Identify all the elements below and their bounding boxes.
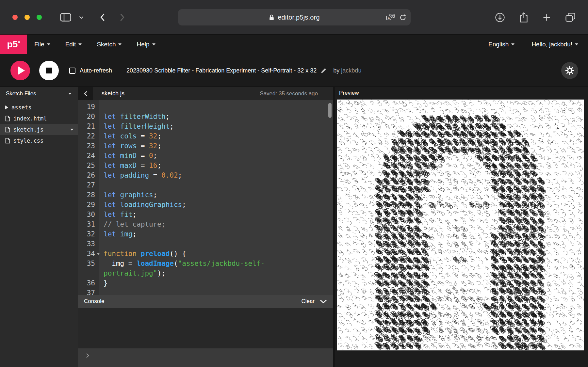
language-selector[interactable]: English [488, 41, 514, 48]
sketch-files-header[interactable]: Sketch Files [0, 87, 78, 100]
code-line[interactable]: 35 img = loadImage("assets/jackbdu-self- [78, 259, 333, 268]
file-icon [5, 116, 10, 121]
menu-file[interactable]: File [34, 41, 50, 48]
account-label: Hello, jackbdu! [531, 41, 572, 48]
fold-icon[interactable] [97, 253, 100, 255]
auto-refresh-label: Auto-refresh [80, 67, 112, 74]
close-window-button[interactable] [12, 15, 18, 20]
zoom-window-button[interactable] [37, 15, 42, 20]
code-line[interactable]: 32let img; [78, 229, 333, 239]
file-icon [5, 138, 10, 144]
downloads-button[interactable] [495, 12, 505, 23]
svg-text:A: A [388, 16, 390, 20]
auto-refresh-checkbox[interactable] [69, 68, 75, 74]
code-line-text [99, 288, 104, 295]
code-line[interactable]: 26let padding = 0.02; [78, 170, 333, 180]
code-line[interactable]: 34function preload() { [78, 249, 333, 259]
code-line-text: let maxD = 16; [99, 161, 161, 170]
console-collapse-icon[interactable] [320, 299, 327, 304]
play-button[interactable] [10, 61, 30, 80]
editor-scrollbar[interactable] [328, 103, 332, 118]
code-line[interactable]: 23let rows = 32; [78, 141, 333, 151]
settings-button[interactable] [561, 62, 578, 79]
code-line[interactable]: 25let maxD = 16; [78, 161, 333, 170]
sidebar-menu-button[interactable] [79, 16, 84, 19]
translate-button[interactable]: 文 A [386, 13, 395, 21]
account-menu[interactable]: Hello, jackbdu! [531, 41, 578, 48]
line-number: 22 [78, 131, 99, 141]
console-clear-button[interactable]: Clear [301, 298, 315, 305]
by-label: by [333, 67, 339, 74]
code-line[interactable]: 22let cols = 32; [78, 131, 333, 141]
new-tab-button[interactable] [543, 13, 551, 22]
console-input[interactable] [78, 348, 333, 367]
forward-button[interactable] [120, 13, 125, 22]
code-editor[interactable]: 1920let filterWidth;21let filterHeight;2… [78, 100, 333, 295]
code-line[interactable]: portrait.jpg"); [78, 268, 333, 278]
code-line[interactable]: 27 [78, 180, 333, 190]
console-prompt-icon [86, 353, 90, 358]
menu-help[interactable]: Help [137, 41, 155, 48]
language-label: English [488, 41, 509, 48]
code-line[interactable]: 21let filterHeight; [78, 121, 333, 131]
lock-icon [269, 14, 274, 21]
stop-button[interactable] [39, 61, 59, 80]
code-line[interactable]: 20let filterWidth; [78, 112, 333, 121]
minimize-window-button[interactable] [24, 15, 30, 20]
line-number: 29 [78, 200, 99, 210]
edit-title-button[interactable] [320, 68, 327, 74]
line-number: 24 [78, 151, 99, 161]
address-bar[interactable]: editor.p5js.org 文 A [178, 9, 411, 25]
file-name: assets [11, 104, 31, 111]
code-line-text: function preload() { [99, 249, 186, 259]
tab-sketch-js[interactable]: sketch.js [102, 90, 124, 97]
file-item-style.css[interactable]: style.css [0, 135, 78, 146]
code-line[interactable]: 29let loadingGraphics; [78, 200, 333, 210]
code-line[interactable]: 36} [78, 278, 333, 288]
menu-label: File [34, 41, 44, 48]
line-number: 25 [78, 161, 99, 170]
code-line-text [99, 239, 104, 249]
back-button[interactable] [100, 13, 105, 22]
gear-icon [565, 66, 574, 75]
back-icon [100, 13, 105, 22]
collapse-sidebar-button[interactable] [78, 87, 93, 100]
p5-logo-text: p5 [7, 39, 18, 50]
file-item-assets[interactable]: assets [0, 102, 78, 113]
line-number: 36 [78, 278, 99, 288]
chevron-down-icon [47, 43, 50, 45]
traffic-lights [12, 15, 42, 20]
owner-name[interactable]: jackbdu [341, 67, 361, 74]
menu-edit[interactable]: Edit [65, 41, 82, 48]
reload-button[interactable] [399, 14, 407, 21]
file-item-index.html[interactable]: index.html [0, 113, 78, 124]
editor-tabbar: sketch.js Saved: 35 seconds ago [78, 87, 333, 100]
code-line[interactable]: 28let graphics; [78, 190, 333, 200]
tab-overview-button[interactable] [565, 12, 576, 22]
code-line[interactable]: 31// let capture; [78, 219, 333, 229]
p5-logo[interactable]: p5* [0, 35, 27, 54]
line-number: 32 [78, 229, 99, 239]
code-line-text: portrait.jpg"); [99, 268, 166, 278]
code-line[interactable]: 19 [78, 102, 333, 112]
tab-overview-icon [565, 12, 576, 22]
code-line[interactable]: 24let minD = 0; [78, 151, 333, 161]
browser-chrome: editor.p5js.org 文 A [0, 0, 588, 35]
line-number: 31 [78, 219, 99, 229]
sketch-files-title: Sketch Files [6, 90, 36, 97]
file-options-icon[interactable] [70, 129, 74, 131]
code-line-text: let img; [99, 229, 137, 239]
code-line[interactable]: 37 [78, 288, 333, 295]
code-line[interactable]: 30let fit; [78, 210, 333, 219]
share-button[interactable] [519, 12, 528, 23]
code-line[interactable]: 33 [78, 239, 333, 249]
preview-canvas[interactable] [337, 99, 584, 351]
line-number: 23 [78, 141, 99, 151]
menu-sketch[interactable]: Sketch [97, 41, 122, 48]
menu-label: Help [137, 41, 149, 48]
sidebar-toggle-button[interactable] [60, 13, 71, 22]
sketch-toolbar: Auto-refresh 20230930 Scribble Filter - … [0, 54, 588, 87]
folder-collapsed-icon[interactable] [5, 105, 8, 109]
file-name: style.css [13, 137, 43, 144]
file-item-sketch.js[interactable]: sketch.js [0, 124, 78, 135]
